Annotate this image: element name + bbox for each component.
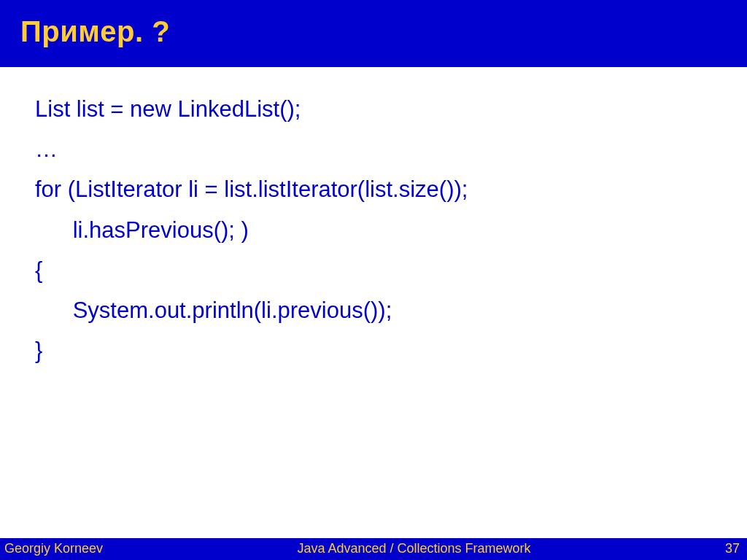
slide-title: Пример. ? <box>20 15 170 48</box>
code-line: for (ListIterator li = list.listIterator… <box>35 169 712 209</box>
footer-course: Java Advanced / Collections Framework <box>103 541 725 556</box>
footer-page-number: 37 <box>725 541 740 556</box>
code-line: List list = new LinkedList(); <box>35 89 712 129</box>
code-line: { <box>35 250 712 290</box>
code-line: System.out.println(li.previous()); <box>35 290 712 330</box>
footer-author: Georgiy Korneev <box>4 541 103 556</box>
code-line: … <box>35 129 712 169</box>
title-bar: Пример. ? <box>0 0 747 67</box>
code-line: } <box>35 330 712 370</box>
footer-bar: Georgiy Korneev Java Advanced / Collecti… <box>0 538 747 560</box>
slide: Пример. ? List list = new LinkedList(); … <box>0 0 747 560</box>
slide-content: List list = new LinkedList(); … for (Lis… <box>0 67 747 560</box>
code-line: li.hasPrevious(); ) <box>35 210 712 250</box>
